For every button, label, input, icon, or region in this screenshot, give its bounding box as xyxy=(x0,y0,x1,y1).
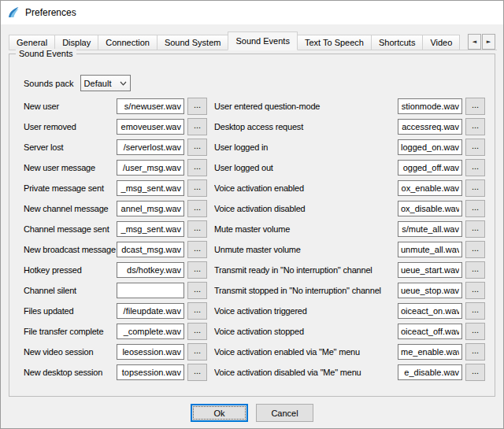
browse-button[interactable]: ... xyxy=(465,343,485,361)
sound-file-input[interactable] xyxy=(398,262,462,278)
tab-page-sound-events: Sound Events Sounds pack Default New use… xyxy=(1,54,503,422)
sound-file-input[interactable] xyxy=(117,283,184,298)
sound-event-row: User logged in... xyxy=(214,139,485,156)
sound-event-label: Voice activation triggered xyxy=(214,306,398,316)
tab-scroll-right-button[interactable]: ► xyxy=(482,34,495,50)
sound-events-group: Sound Events Sounds pack Default New use… xyxy=(9,54,495,397)
sound-file-input[interactable] xyxy=(398,119,462,135)
sound-file-input[interactable] xyxy=(398,139,462,155)
sound-event-label: Channel silent xyxy=(24,286,117,295)
sound-event-row: Voice activation stopped... xyxy=(214,323,485,340)
sound-event-row: New video session... xyxy=(24,343,209,361)
browse-button[interactable]: ... xyxy=(187,139,207,156)
browse-button[interactable]: ... xyxy=(187,261,207,279)
sound-file-input[interactable] xyxy=(398,160,462,176)
sound-event-label: Unmute master volume xyxy=(214,245,398,254)
sound-event-label: User removed xyxy=(24,122,117,131)
browse-button[interactable]: ... xyxy=(187,159,207,176)
sound-event-row: Voice activation triggered... xyxy=(214,302,485,320)
sound-event-label: Files updated xyxy=(24,306,117,316)
tab-sound-events[interactable]: Sound Events xyxy=(228,31,298,50)
sound-event-label: User logged out xyxy=(214,163,398,172)
sound-event-row: User logged out... xyxy=(214,159,485,176)
browse-button[interactable]: ... xyxy=(187,118,207,135)
sound-file-input[interactable] xyxy=(398,283,462,298)
browse-button[interactable]: ... xyxy=(187,98,207,115)
browse-button[interactable]: ... xyxy=(187,302,207,320)
sound-file-input[interactable] xyxy=(117,119,184,135)
sound-event-label: Transmit stopped in "No interruption" ch… xyxy=(214,286,398,295)
browse-button[interactable]: ... xyxy=(465,139,485,156)
sound-event-label: New user xyxy=(24,102,117,111)
browse-button[interactable]: ... xyxy=(465,118,485,135)
sound-file-input[interactable] xyxy=(117,139,184,155)
sound-file-input[interactable] xyxy=(398,221,462,237)
sound-file-input[interactable] xyxy=(398,180,462,196)
browse-button[interactable]: ... xyxy=(465,323,485,340)
cancel-button[interactable]: Cancel xyxy=(256,404,313,422)
sound-event-row: Voice activation disabled via "Me" menu.… xyxy=(214,364,485,381)
sound-file-input[interactable] xyxy=(117,324,184,339)
sound-file-input[interactable] xyxy=(398,242,462,257)
sound-event-row: Files updated... xyxy=(24,302,209,320)
browse-button[interactable]: ... xyxy=(465,159,485,176)
browse-button[interactable]: ... xyxy=(465,364,485,381)
sound-event-row: User removed... xyxy=(24,118,209,135)
sound-event-row: User entered question-mode... xyxy=(214,98,485,115)
tab-scroll-left-button[interactable]: ◄ xyxy=(468,34,481,50)
sound-event-label: New desktop session xyxy=(24,368,117,377)
browse-button[interactable]: ... xyxy=(465,302,485,320)
window-title: Preferences xyxy=(25,7,76,18)
browse-button[interactable]: ... xyxy=(187,343,207,361)
sound-event-label: File transfer complete xyxy=(24,327,117,336)
tab-video[interactable]: Video xyxy=(422,35,460,50)
sound-file-input[interactable] xyxy=(398,324,462,339)
browse-button[interactable]: ... xyxy=(465,261,485,279)
browse-button[interactable]: ... xyxy=(465,282,485,299)
browse-button[interactable]: ... xyxy=(187,323,207,340)
browse-button[interactable]: ... xyxy=(465,241,485,258)
sound-event-columns: New user...User removed...Server lost...… xyxy=(24,98,485,384)
browse-button[interactable]: ... xyxy=(465,98,485,115)
sound-file-input[interactable] xyxy=(117,262,184,278)
sound-file-input[interactable] xyxy=(117,303,184,319)
sound-file-input[interactable] xyxy=(398,98,462,114)
sound-file-input[interactable] xyxy=(398,344,462,360)
tab-general[interactable]: General xyxy=(9,35,55,50)
sound-event-label: User logged in xyxy=(214,142,398,152)
sound-file-input[interactable] xyxy=(117,242,184,257)
sound-file-input[interactable] xyxy=(398,364,462,380)
browse-button[interactable]: ... xyxy=(187,179,207,197)
sound-event-row: File transfer complete... xyxy=(24,323,209,340)
browse-button[interactable]: ... xyxy=(187,364,207,381)
sound-file-input[interactable] xyxy=(117,180,184,196)
sound-event-label: Transmit ready in "No interruption" chan… xyxy=(214,265,398,275)
sound-file-input[interactable] xyxy=(398,201,462,216)
browse-button[interactable]: ... xyxy=(465,179,485,197)
sound-file-input[interactable] xyxy=(117,344,184,360)
sound-file-input[interactable] xyxy=(117,364,184,380)
tab-shortcuts[interactable]: Shortcuts xyxy=(371,35,423,50)
preferences-window: Preferences GeneralDisplayConnectionSoun… xyxy=(0,0,504,429)
sound-file-input[interactable] xyxy=(398,303,462,319)
sound-file-input[interactable] xyxy=(117,160,184,176)
browse-button[interactable]: ... xyxy=(187,241,207,258)
sounds-pack-select[interactable]: Default xyxy=(80,75,131,91)
tab-text-to-speech[interactable]: Text To Speech xyxy=(297,35,372,50)
sound-event-label: Voice activation disabled xyxy=(214,204,398,213)
tab-display[interactable]: Display xyxy=(54,35,98,50)
browse-button[interactable]: ... xyxy=(187,220,207,238)
group-title: Sound Events xyxy=(16,49,76,58)
browse-button[interactable]: ... xyxy=(187,282,207,299)
sound-file-input[interactable] xyxy=(117,98,184,114)
browse-button[interactable]: ... xyxy=(187,200,207,217)
ok-button[interactable]: Ok xyxy=(191,404,248,422)
browse-button[interactable]: ... xyxy=(465,220,485,238)
sound-file-input[interactable] xyxy=(117,221,184,237)
tab-sound-system[interactable]: Sound System xyxy=(157,35,229,50)
browse-button[interactable]: ... xyxy=(465,200,485,217)
app-icon xyxy=(7,6,20,19)
tab-connection[interactable]: Connection xyxy=(98,35,158,50)
sound-file-input[interactable] xyxy=(117,201,184,216)
tab-scroll-right-icon: ► xyxy=(487,39,491,45)
